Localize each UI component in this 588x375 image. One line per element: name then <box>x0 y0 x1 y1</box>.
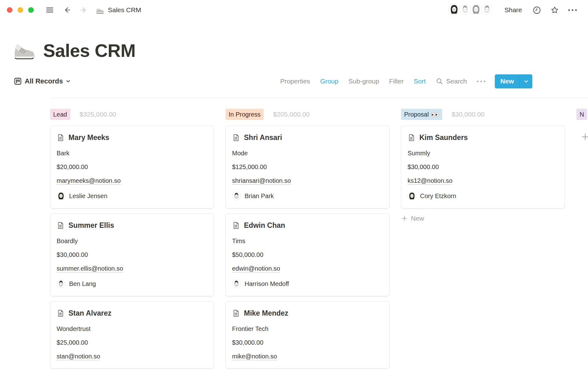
forward-arrow-icon <box>79 6 88 14</box>
page-icon <box>232 134 240 142</box>
chevron-down-icon <box>524 79 529 84</box>
card-email-link[interactable]: summer.ellis@notion.so <box>57 265 123 272</box>
card-company: Bark <box>57 149 207 158</box>
more-options-icon[interactable] <box>568 9 577 11</box>
person-name: Leslie Jensen <box>69 192 107 200</box>
zoom-window-button[interactable] <box>28 7 34 13</box>
card-email-link[interactable]: ks12@notion.so <box>408 177 453 184</box>
page-icon <box>408 134 415 142</box>
board-column-proposal: Proposal $30,000.00 Kim Saunders Summly … <box>401 109 565 223</box>
share-button[interactable]: Share <box>504 6 522 14</box>
card-amount: $25,000.00 <box>57 338 207 347</box>
avatar <box>57 279 65 288</box>
new-button-label[interactable]: New <box>495 74 520 88</box>
record-card[interactable]: Kim Saunders Summly $30,000.00 ks12@noti… <box>401 126 565 208</box>
window-titlebar: Sales CRM Share <box>0 0 588 20</box>
card-company: Wondertrust <box>57 324 207 333</box>
card-amount: $30,000.00 <box>57 250 207 259</box>
new-button-dropdown[interactable] <box>520 74 532 88</box>
sneaker-icon <box>96 6 104 14</box>
person-name: Ben Lang <box>69 280 96 288</box>
column-sum: $30,000.00 <box>452 111 484 118</box>
avatar <box>57 192 65 200</box>
person-name: Brian Park <box>245 192 274 200</box>
record-card[interactable]: Edwin Chan Tims $50,000.00 edwin@notion.… <box>226 213 389 296</box>
column-badge[interactable]: In Progress <box>226 109 264 120</box>
page-icon <box>57 222 64 229</box>
page-icon <box>232 309 240 317</box>
subgroup-menu-item[interactable]: Sub-group <box>348 78 379 85</box>
minimize-window-button[interactable] <box>18 7 23 13</box>
card-company: Frontier Tech <box>232 324 383 333</box>
person-name: Cory Etzkorn <box>420 192 456 200</box>
breadcrumb-title: Sales CRM <box>108 6 141 14</box>
card-amount: $30,000.00 <box>408 162 558 171</box>
new-record-button[interactable]: New <box>495 74 532 88</box>
group-menu-item[interactable]: Group <box>320 78 338 85</box>
filter-menu-item[interactable]: Filter <box>389 78 404 85</box>
record-card[interactable]: Summer Ellis Boardly $30,000.00 summer.e… <box>50 213 214 296</box>
properties-menu-item[interactable]: Properties <box>280 78 310 85</box>
board-column-lead: Lead $325,000.00 Mary Meeks Bark $20,000… <box>50 109 214 373</box>
favorite-star-icon[interactable] <box>550 6 559 14</box>
card-person: Cory Etzkorn <box>408 191 558 201</box>
hamburger-menu-icon[interactable] <box>46 6 54 14</box>
column-badge[interactable]: N <box>576 109 587 120</box>
add-card-button[interactable]: New <box>401 213 565 223</box>
card-company: Boardly <box>57 237 207 245</box>
eyes-emoji-icon <box>431 112 439 117</box>
updates-clock-icon[interactable] <box>533 6 541 14</box>
view-toolbar: All Records Properties Group Sub-group F… <box>14 74 532 88</box>
card-title: Shri Ansari <box>244 133 282 142</box>
person-name: Harrison Medoff <box>245 280 289 288</box>
view-more-icon[interactable] <box>477 81 485 82</box>
column-badge[interactable]: Proposal <box>401 109 442 120</box>
card-person: Brian Park <box>232 191 383 201</box>
card-person: Harrison Medoff <box>232 279 383 288</box>
page-title[interactable]: Sales CRM <box>43 40 135 61</box>
card-email-link[interactable]: stan@notion.so <box>57 353 100 360</box>
toolbar-divider <box>50 98 588 98</box>
column-sum: $205,000.00 <box>273 111 310 118</box>
card-email-link[interactable]: edwin@notion.so <box>232 265 280 272</box>
card-title: Mary Meeks <box>68 133 109 142</box>
board-view-icon <box>14 77 22 85</box>
close-window-button[interactable] <box>7 7 13 13</box>
card-email-link[interactable]: mike@notion.so <box>232 353 277 360</box>
column-badge[interactable]: Lead <box>50 109 70 120</box>
card-amount: $20,000.00 <box>57 162 207 171</box>
presence-avatars[interactable] <box>448 3 494 17</box>
card-amount: $125,000.00 <box>232 162 383 171</box>
view-name: All Records <box>25 77 63 85</box>
card-company: Mode <box>232 149 383 158</box>
search-button[interactable]: Search <box>436 78 467 85</box>
page-sneaker-icon[interactable] <box>13 41 35 61</box>
card-email-link[interactable]: shriansari@notion.so <box>232 177 291 184</box>
card-company: Summly <box>408 149 558 158</box>
card-title: Summer Ellis <box>68 221 114 230</box>
page-icon <box>57 134 64 142</box>
record-card[interactable]: Shri Ansari Mode $125,000.00 shriansari@… <box>226 126 389 208</box>
back-arrow-icon[interactable] <box>63 6 71 14</box>
record-card[interactable]: Stan Alvarez Wondertrust $25,000.00 stan… <box>50 301 214 368</box>
record-card[interactable]: Mike Mendez Frontier Tech $30,000.00 mik… <box>226 301 389 368</box>
kanban-board: Lead $325,000.00 Mary Meeks Bark $20,000… <box>50 109 588 373</box>
avatar <box>408 192 416 200</box>
card-amount: $50,000.00 <box>232 250 383 259</box>
card-person: Leslie Jensen <box>57 191 207 201</box>
view-switcher[interactable]: All Records <box>14 77 71 85</box>
card-person: Ben Lang <box>57 279 207 288</box>
search-icon <box>436 78 443 85</box>
card-title: Edwin Chan <box>244 221 285 230</box>
sort-menu-item[interactable]: Sort <box>414 78 426 85</box>
column-sum: $325,000.00 <box>80 111 116 118</box>
traffic-lights <box>7 7 34 13</box>
add-card-plus-icon[interactable] <box>581 132 588 141</box>
avatar <box>481 3 494 17</box>
avatar <box>232 192 241 200</box>
breadcrumb[interactable]: Sales CRM <box>96 6 141 14</box>
card-email-link[interactable]: marymeeks@notion.so <box>57 177 121 184</box>
card-title: Stan Alvarez <box>68 309 111 318</box>
card-title: Mike Mendez <box>244 309 288 318</box>
record-card[interactable]: Mary Meeks Bark $20,000.00 marymeeks@not… <box>50 126 214 208</box>
